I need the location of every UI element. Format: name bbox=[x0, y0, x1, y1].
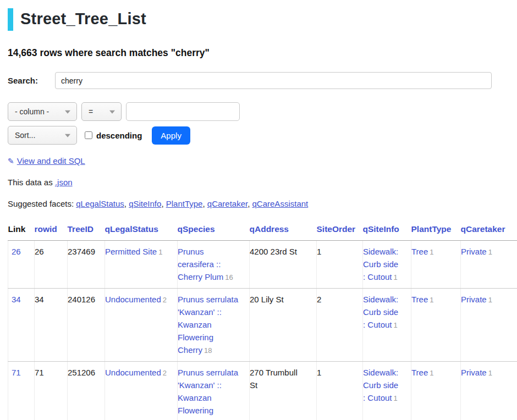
sort-rowid-link[interactable]: rowid bbox=[35, 224, 57, 234]
header-qsiteinfo: qSiteInfo bbox=[363, 220, 411, 241]
facet-count: 1 bbox=[394, 321, 398, 329]
sort-siteorder-link[interactable]: SiteOrder bbox=[317, 224, 356, 234]
filter-value-input[interactable] bbox=[126, 102, 240, 121]
cell-site-info: Sidewalk: Curb side : Cutout1 bbox=[363, 289, 411, 362]
search-row: Search: bbox=[8, 72, 517, 89]
row-link[interactable]: 34 bbox=[12, 295, 21, 304]
operator-select-wrap: = bbox=[81, 102, 122, 121]
legal-status-link[interactable]: Undocumented bbox=[105, 368, 161, 377]
title-accent-bar bbox=[8, 8, 13, 31]
site-info-link[interactable]: Sidewalk: Curb side : Cutout bbox=[363, 247, 398, 281]
legal-status-link[interactable]: Permitted Site bbox=[105, 247, 157, 256]
facet-count: 1 bbox=[488, 248, 492, 256]
facet-count: 1 bbox=[158, 248, 162, 256]
facet-count: 2 bbox=[163, 369, 167, 377]
facet-count: 1 bbox=[488, 369, 492, 377]
cell-caretaker: Private1 bbox=[461, 241, 517, 289]
cell-treeid: 240126 bbox=[68, 289, 105, 362]
sort-qaddress-link[interactable]: qAddress bbox=[250, 224, 289, 234]
plant-type-link[interactable]: Tree bbox=[411, 295, 428, 304]
row-link[interactable]: 26 bbox=[12, 247, 21, 256]
results-table: Link rowid TreeID qLegalStatus qSpecies … bbox=[8, 220, 517, 420]
sql-link-line: ✎View and edit SQL bbox=[8, 156, 517, 165]
sort-row: Sort... descending Apply bbox=[8, 126, 517, 145]
cell-rowid: 34 bbox=[35, 289, 68, 362]
sort-qlegalstatus-link[interactable]: qLegalStatus bbox=[105, 224, 158, 234]
header-qaddress: qAddress bbox=[250, 220, 317, 241]
cell-site-order: 2 bbox=[317, 289, 363, 362]
cell-legal-status: Undocumented2 bbox=[105, 362, 178, 420]
sort-select[interactable]: Sort... bbox=[8, 126, 77, 145]
site-info-link[interactable]: Sidewalk: Curb side : Cutout bbox=[363, 295, 398, 329]
cell-species: Prunus cerasifera :: Cherry Plum16 bbox=[178, 241, 250, 289]
sort-treeid-link[interactable]: TreeID bbox=[68, 224, 94, 234]
facet-count: 1 bbox=[394, 394, 398, 402]
row-link[interactable]: 71 bbox=[12, 368, 21, 377]
cell-caretaker: Private1 bbox=[461, 362, 517, 420]
page-title-text: Street_Tree_List bbox=[20, 8, 146, 31]
column-select-wrap: - column - bbox=[8, 102, 77, 121]
header-row: Link rowid TreeID qLegalStatus qSpecies … bbox=[8, 220, 517, 241]
data-as-prefix: This data as bbox=[8, 178, 55, 187]
descending-wrap: descending bbox=[85, 131, 142, 140]
facets-prefix: Suggested facets: bbox=[8, 199, 76, 208]
cell-link: 71 bbox=[8, 362, 35, 420]
descending-label: descending bbox=[96, 131, 142, 140]
header-link: Link bbox=[8, 220, 35, 241]
cell-rowid: 26 bbox=[35, 241, 68, 289]
caretaker-link[interactable]: Private bbox=[461, 368, 487, 377]
cell-species: Prunus serrulata 'Kwanzan' :: Kwanzan Fl… bbox=[178, 289, 250, 362]
json-export-link[interactable]: .json bbox=[55, 178, 73, 187]
facet-count: 2 bbox=[163, 296, 167, 304]
view-edit-sql-link[interactable]: View and edit SQL bbox=[17, 156, 85, 165]
sort-planttype-link[interactable]: PlantType bbox=[411, 224, 452, 234]
sort-qspecies-link[interactable]: qSpecies bbox=[178, 224, 215, 234]
suggested-facets-line: Suggested facets: qLegalStatus, qSiteInf… bbox=[8, 199, 517, 208]
facet-link-planttype[interactable]: PlantType bbox=[166, 199, 203, 208]
cell-legal-status: Permitted Site1 bbox=[105, 241, 178, 289]
facet-link-qcaretaker[interactable]: qCaretaker bbox=[207, 199, 248, 208]
page-container: Street_Tree_List 14,663 rows where searc… bbox=[0, 0, 517, 420]
descending-checkbox[interactable] bbox=[85, 131, 92, 139]
facet-link-qlegalstatus[interactable]: qLegalStatus bbox=[76, 199, 124, 208]
legal-status-link[interactable]: Undocumented bbox=[105, 295, 161, 304]
cell-address: 270 Trumbull St bbox=[250, 362, 317, 420]
facet-link-qsiteinfo[interactable]: qSiteInfo bbox=[129, 199, 161, 208]
facet-count: 18 bbox=[204, 346, 212, 355]
cell-link: 26 bbox=[8, 241, 35, 289]
facet-count: 16 bbox=[225, 273, 233, 281]
cell-plant-type: Tree1 bbox=[411, 241, 461, 289]
site-info-link[interactable]: Sidewalk: Curb side : Cutout bbox=[363, 368, 398, 402]
sort-qcaretaker-link[interactable]: qCaretaker bbox=[461, 224, 505, 234]
table-row: 34 34 240126 Undocumented2 Prunus serrul… bbox=[8, 289, 517, 362]
search-input[interactable] bbox=[55, 72, 492, 89]
search-label: Search: bbox=[8, 76, 55, 85]
header-qspecies: qSpecies bbox=[178, 220, 250, 241]
plant-type-link[interactable]: Tree bbox=[411, 368, 428, 377]
plant-type-link[interactable]: Tree bbox=[411, 247, 428, 256]
filter-column-select[interactable]: - column - bbox=[8, 102, 77, 121]
caretaker-link[interactable]: Private bbox=[461, 295, 487, 304]
caretaker-link[interactable]: Private bbox=[461, 247, 487, 256]
species-link[interactable]: Prunus serrulata 'Kwanzan' :: Kwanzan Fl… bbox=[178, 368, 238, 420]
header-qlegalstatus: qLegalStatus bbox=[105, 220, 178, 241]
facet-count: 1 bbox=[488, 296, 492, 304]
page-title: Street_Tree_List bbox=[8, 8, 517, 31]
species-link[interactable]: Prunus serrulata 'Kwanzan' :: Kwanzan Fl… bbox=[178, 295, 238, 355]
cell-species: Prunus serrulata 'Kwanzan' :: Kwanzan Fl… bbox=[178, 362, 250, 420]
cell-caretaker: Private1 bbox=[461, 289, 517, 362]
apply-button[interactable]: Apply bbox=[152, 126, 190, 145]
cell-address: 4200 23rd St bbox=[250, 241, 317, 289]
cell-treeid: 237469 bbox=[68, 241, 105, 289]
facet-count: 1 bbox=[430, 296, 433, 304]
table-row: 71 71 251206 Undocumented2 Prunus serrul… bbox=[8, 362, 517, 420]
facet-link-qcareassistant[interactable]: qCareAssistant bbox=[252, 199, 309, 208]
row-count-summary: 14,663 rows where search matches "cherry… bbox=[8, 47, 517, 59]
sort-qsiteinfo-link[interactable]: qSiteInfo bbox=[363, 224, 399, 234]
filter-operator-select[interactable]: = bbox=[81, 102, 122, 121]
data-export-line: This data as .json bbox=[8, 178, 517, 187]
sort-select-wrap: Sort... bbox=[8, 126, 77, 145]
table-row: 26 26 237469 Permitted Site1 Prunus cera… bbox=[8, 241, 517, 289]
facet-count: 1 bbox=[394, 273, 398, 281]
species-link[interactable]: Prunus cerasifera :: Cherry Plum bbox=[178, 247, 223, 281]
